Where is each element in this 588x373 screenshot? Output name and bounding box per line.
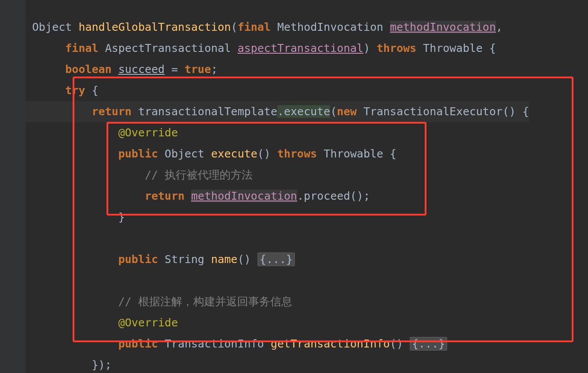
code-editor[interactable]: Object handleGlobalTransaction(final Met… bbox=[26, 0, 529, 373]
code-line: Object handleGlobalTransaction(final Met… bbox=[26, 21, 503, 33]
code-line: }); bbox=[26, 358, 112, 371]
code-line: return methodInvocation.proceed(); bbox=[26, 190, 370, 202]
code-line: // 执行被代理的方法 bbox=[26, 168, 253, 181]
variable-methodInvocation: methodInvocation bbox=[390, 21, 496, 33]
current-line: return transactionalTemplate.execute(new… bbox=[26, 101, 529, 122]
code-line: @Override bbox=[26, 316, 178, 329]
code-line: try { bbox=[26, 84, 99, 97]
code-line: public String name() {...} bbox=[26, 252, 295, 266]
method-call-execute: .execute bbox=[277, 105, 330, 118]
code-line bbox=[26, 274, 32, 287]
code-line bbox=[26, 232, 32, 245]
code-line: final AspectTransactional aspectTransact… bbox=[26, 42, 496, 55]
code-line: public TransactionInfo getTransactionInf… bbox=[26, 337, 447, 351]
folded-block[interactable]: {...} bbox=[410, 337, 447, 351]
code-line: public Object execute() throws Throwable… bbox=[26, 147, 397, 160]
variable-aspectTransactional: aspectTransactional bbox=[238, 42, 364, 55]
code-line: boolean succeed = true; bbox=[26, 63, 218, 76]
editor-gutter bbox=[0, 0, 26, 373]
annotation-override: @Override bbox=[118, 126, 178, 139]
folded-block[interactable]: {...} bbox=[257, 252, 295, 266]
code-line: @Override bbox=[26, 126, 178, 139]
code-line: } bbox=[26, 211, 125, 223]
code-line: // 根据注解，构建并返回事务信息 bbox=[26, 295, 292, 308]
variable-methodInvocation: methodInvocation bbox=[191, 190, 297, 202]
annotation-override: @Override bbox=[118, 316, 178, 329]
